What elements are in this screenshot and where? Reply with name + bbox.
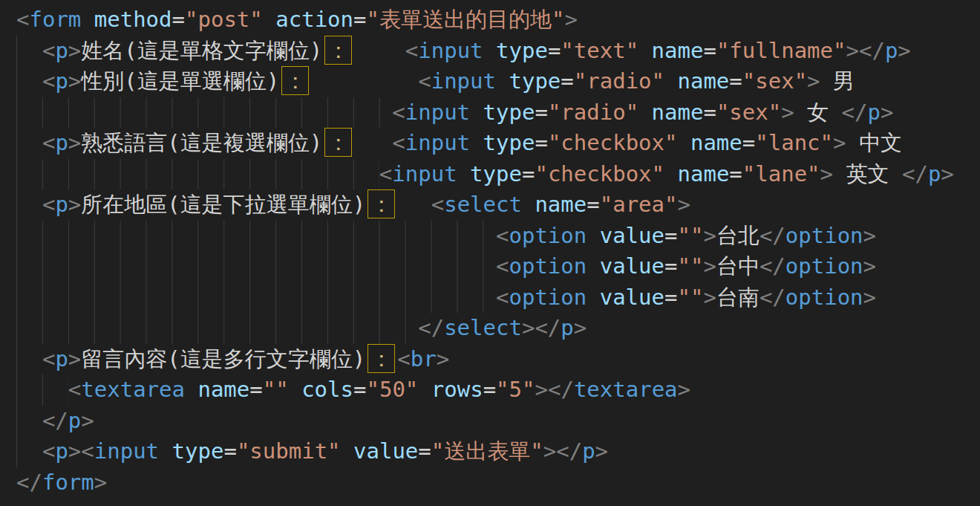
code-line[interactable]: <p>姓名(這是單格文字欄位)：<input type="text" name=… — [16, 36, 980, 67]
code-line[interactable]: <input type="radio" name="sex"> 女 </p> — [16, 97, 980, 129]
token-tag-punctuation: > — [543, 438, 556, 464]
token-equals: = — [703, 38, 716, 63]
token-attribute-value: "50" — [366, 377, 418, 402]
unicode-highlight-colon: ： — [324, 36, 352, 65]
unicode-highlight-colon: ： — [324, 128, 352, 157]
token-equals: = — [522, 161, 535, 186]
token-text — [522, 192, 535, 217]
code-line[interactable]: <textarea name="" cols="50" rows="5"></t… — [16, 374, 980, 406]
token-equals: = — [418, 438, 431, 464]
token-tag-punctuation: > — [703, 253, 716, 279]
token-tag-punctuation: < — [392, 100, 405, 125]
token-attribute-name: method — [94, 7, 172, 32]
token-attribute-name: type — [509, 68, 561, 94]
token-tag-punctuation: </ — [859, 38, 885, 63]
indent-guides — [16, 36, 42, 67]
token-text — [263, 7, 275, 32]
code-line[interactable]: <p>熟悉語言(這是複選欄位)：<input type="checkbox" n… — [16, 128, 980, 159]
token-tag-name: input — [405, 130, 470, 155]
token-tag-punctuation: < — [496, 223, 509, 248]
token-text — [341, 438, 353, 464]
token-equals: = — [729, 68, 742, 94]
token-tag-punctuation: > — [881, 100, 893, 125]
token-tag-punctuation: </ — [16, 470, 42, 495]
code-line[interactable]: </form> — [16, 467, 980, 499]
code-editor[interactable]: <form method="post" action="表單送出的目的地"><p… — [0, 0, 980, 506]
indent-guides — [16, 97, 392, 129]
token-attribute-value: "checkbox" — [535, 161, 664, 186]
token-attribute-name: name — [652, 100, 704, 125]
token-tag-name: p — [55, 130, 68, 155]
unicode-highlight-colon: ： — [281, 66, 309, 95]
token-tag-name: input — [405, 100, 470, 125]
code-line[interactable]: </select></p> — [16, 313, 980, 344]
token-tag-punctuation: > — [81, 408, 94, 433]
token-attribute-value: "lanc" — [755, 130, 833, 155]
token-equals: = — [548, 38, 561, 63]
token-attribute-name: type — [470, 161, 522, 186]
code-line[interactable]: <input type="checkbox" name="lane"> 英文 <… — [16, 159, 980, 190]
token-attribute-name: type — [483, 130, 535, 155]
token-tag-name: p — [561, 315, 573, 340]
token-tag-punctuation: > — [437, 346, 449, 372]
token-text — [159, 438, 172, 464]
code-line[interactable]: <p>留言內容(這是多行文字欄位)：<br> — [16, 344, 980, 375]
token-tag-name: select — [444, 192, 522, 217]
token-equals: = — [353, 377, 366, 402]
token-text — [638, 100, 651, 125]
token-tag-punctuation: < — [16, 7, 29, 32]
token-tag-punctuation: </ — [760, 223, 785, 248]
token-text — [470, 130, 483, 155]
token-attribute-value: "post" — [185, 7, 263, 32]
token-equals: = — [353, 7, 366, 32]
token-tag-name: input — [418, 38, 483, 63]
token-text: 男 — [820, 68, 855, 94]
token-attribute-name: action — [275, 7, 353, 32]
code-line[interactable]: <p>所在地區(這是下拉選單欄位)：<select name="area"> — [16, 189, 980, 221]
token-text: 性別(這是單選欄位) — [81, 68, 279, 94]
token-attribute-value: "sex" — [742, 68, 807, 94]
indent-guides — [16, 66, 42, 97]
token-text — [496, 68, 509, 94]
token-tag-punctuation: </ — [760, 285, 785, 310]
token-tag-punctuation: > — [863, 223, 876, 248]
tab-stop-segment: <select name="area"> — [431, 189, 690, 221]
token-attribute-value: "表單送出的目的地" — [366, 7, 564, 32]
tab-stop-segment: <input type="text" name="fullname"></p> — [405, 36, 911, 67]
token-tag-punctuation: > — [703, 223, 716, 248]
code-line[interactable]: <option value="">台中</option> — [16, 251, 980, 282]
token-attribute-name: name — [652, 38, 704, 63]
token-attribute-name: name — [690, 130, 742, 155]
code-line[interactable]: <option value="">台南</option> — [16, 282, 980, 314]
code-line[interactable]: <form method="post" action="表單送出的目的地"> — [16, 4, 980, 36]
unicode-highlight-colon: ： — [368, 189, 395, 218]
token-tag-name: input — [94, 438, 159, 464]
tab-stop-segment: <input type="radio" name="sex"> 男 — [418, 66, 855, 97]
token-attribute-value: "5" — [496, 377, 535, 402]
token-text: 女 — [794, 100, 842, 125]
indent-guides — [16, 282, 496, 314]
unicode-highlight-colon: ： — [368, 344, 395, 373]
code-line[interactable]: <p><input type="submit" value="送出表單"></p… — [16, 436, 980, 467]
token-attribute-name: rows — [431, 377, 483, 402]
token-tag-punctuation: > — [820, 161, 833, 186]
token-tag-punctuation: < — [405, 38, 418, 63]
token-tag-punctuation: < — [42, 438, 55, 464]
token-text: 所在地區(這是下拉選單欄位) — [81, 192, 365, 217]
token-attribute-name: type — [496, 38, 548, 63]
token-tag-name: option — [509, 285, 587, 310]
token-tag-punctuation: > — [678, 377, 690, 402]
token-attribute-value: "radio" — [574, 68, 664, 94]
token-attribute-value: "送出表單" — [431, 438, 543, 464]
code-line[interactable]: </p> — [16, 406, 980, 437]
token-tag-punctuation: > — [522, 315, 535, 340]
code-line[interactable]: <option value="">台北</option> — [16, 221, 980, 252]
code-line[interactable]: <p>性別(這是單選欄位)：<input type="radio" name="… — [16, 66, 980, 97]
token-tag-punctuation: > — [941, 161, 953, 186]
token-text — [664, 68, 677, 94]
token-tag-name: option — [785, 253, 863, 279]
token-tag-punctuation: < — [431, 192, 444, 217]
token-equals: = — [664, 253, 677, 279]
token-tag-punctuation: < — [418, 68, 431, 94]
token-text — [470, 100, 483, 125]
